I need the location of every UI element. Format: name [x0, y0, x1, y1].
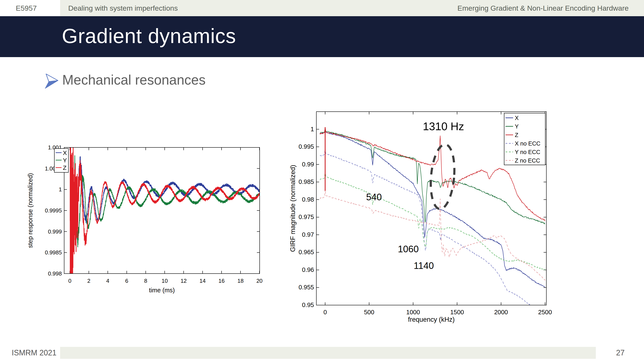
svg-text:0.96: 0.96 — [302, 266, 314, 273]
svg-text:1: 1 — [59, 186, 62, 193]
svg-text:0.97: 0.97 — [302, 231, 314, 238]
svg-text:0: 0 — [324, 309, 327, 316]
svg-text:1.0005: 1.0005 — [45, 165, 62, 172]
svg-text:0.998: 0.998 — [48, 270, 62, 277]
svg-text:0.9985: 0.9985 — [45, 249, 62, 256]
svg-text:8: 8 — [144, 278, 147, 284]
svg-text:0.985: 0.985 — [298, 178, 314, 185]
svg-text:0.995: 0.995 — [298, 143, 314, 150]
svg-text:0.955: 0.955 — [298, 284, 314, 291]
svg-text:1310 Hz: 1310 Hz — [423, 120, 464, 132]
svg-text:step response (normalized): step response (normalized) — [27, 173, 34, 248]
svg-text:0.99: 0.99 — [302, 161, 314, 168]
svg-text:0.975: 0.975 — [298, 214, 314, 220]
svg-text:X no ECC: X no ECC — [515, 140, 540, 147]
page-title: Gradient dynamics — [62, 24, 236, 48]
svg-text:6: 6 — [125, 278, 128, 284]
svg-text:Y: Y — [63, 157, 67, 164]
svg-text:Z: Z — [63, 164, 66, 171]
session-code: E5957 — [16, 0, 37, 16]
svg-text:frequency (kHz): frequency (kHz) — [408, 316, 455, 323]
footer-bar — [60, 347, 596, 359]
svg-text:X: X — [515, 115, 519, 121]
svg-text:1140: 1140 — [414, 260, 434, 271]
svg-text:0.98: 0.98 — [302, 196, 314, 203]
svg-text:Z no ECC: Z no ECC — [515, 157, 540, 164]
track-title: Emerging Gradient & Non-Linear Encoding … — [458, 0, 629, 16]
svg-text:1: 1 — [310, 126, 314, 132]
title-band: Gradient dynamics — [0, 16, 644, 57]
svg-text:2500: 2500 — [538, 309, 552, 316]
svg-text:0: 0 — [68, 278, 71, 284]
svg-text:0.999: 0.999 — [48, 228, 62, 235]
svg-text:0.95: 0.95 — [302, 302, 314, 308]
svg-text:10: 10 — [162, 278, 168, 284]
bullet-arrow-icon — [45, 74, 59, 89]
svg-text:16: 16 — [218, 278, 225, 284]
svg-text:GIRF magnitude (normalized): GIRF magnitude (normalized) — [289, 165, 296, 252]
svg-text:18: 18 — [238, 278, 244, 284]
svg-text:2: 2 — [87, 278, 90, 284]
svg-text:0.9995: 0.9995 — [45, 207, 62, 214]
footer-conference: ISMRM 2021 — [12, 347, 56, 359]
svg-text:1500: 1500 — [450, 309, 464, 316]
svg-text:12: 12 — [180, 278, 187, 284]
header-bar: E5957 Dealing with system imperfections … — [0, 0, 644, 16]
svg-text:1.001: 1.001 — [48, 144, 62, 151]
svg-text:0.965: 0.965 — [298, 249, 314, 256]
session-title: Dealing with system imperfections — [68, 0, 178, 16]
svg-text:500: 500 — [364, 309, 374, 316]
svg-text:2000: 2000 — [494, 309, 508, 316]
svg-text:540: 540 — [366, 192, 382, 202]
svg-text:Y no ECC: Y no ECC — [515, 149, 540, 155]
svg-text:time (ms): time (ms) — [149, 287, 175, 294]
slide: E5957 Dealing with system imperfections … — [0, 0, 644, 362]
page-number: 27 — [616, 347, 624, 359]
svg-text:Z: Z — [515, 132, 518, 138]
svg-text:1060: 1060 — [398, 244, 419, 254]
svg-text:20: 20 — [256, 278, 263, 284]
svg-text:4: 4 — [106, 278, 109, 284]
bullet-text: Mechanical resonances — [62, 72, 206, 88]
svg-text:14: 14 — [200, 278, 206, 284]
svg-text:X: X — [63, 150, 67, 156]
svg-text:1000: 1000 — [406, 309, 420, 316]
svg-text:Y: Y — [515, 123, 519, 130]
